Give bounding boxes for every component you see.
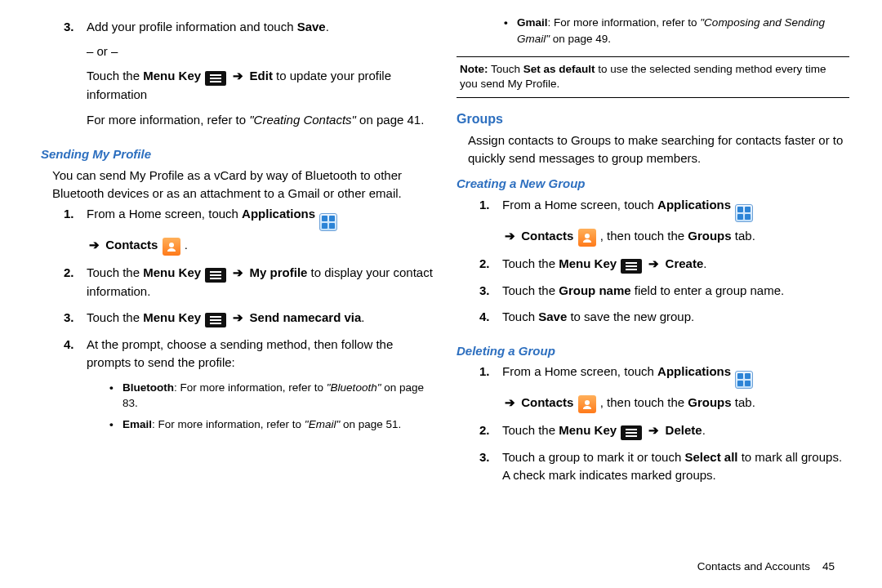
list-item: Gmail: For more information, refer to "C…	[504, 15, 849, 51]
svg-rect-4	[210, 271, 221, 273]
list-item: Touch the Menu Key ➔ Create.	[479, 255, 849, 282]
text: on page 51.	[340, 418, 401, 430]
svg-rect-15	[626, 429, 637, 430]
svg-rect-5	[210, 274, 221, 276]
menu-key-label: Menu Key	[559, 423, 617, 437]
group-name-label: Group name	[559, 283, 630, 297]
svg-point-14	[585, 400, 590, 405]
edit-instruction: Touch the Menu Key ➔ Edit to update your…	[87, 67, 434, 104]
save-label: Save	[538, 310, 567, 323]
svg-rect-16	[626, 432, 637, 434]
reference-link: "Bluetooth"	[327, 381, 381, 394]
menu-key-label: Menu Key	[143, 69, 201, 82]
right-column: Gmail: For more information, refer to "C…	[457, 15, 849, 555]
text: Touch	[502, 310, 538, 323]
text: Touch a group to mark it or touch	[502, 450, 684, 464]
list-item: Touch the Menu Key ➔ My profile to displ…	[64, 264, 434, 309]
contacts-icon	[578, 229, 596, 247]
text: , then touch the	[600, 229, 688, 243]
reference-link: "Creating Contacts"	[249, 113, 356, 127]
more-info: For more information, refer to "Creating…	[87, 111, 434, 129]
text: Touch the	[87, 265, 143, 279]
list-item: Email: For more information, refer to "E…	[109, 416, 434, 438]
footer-page-number: 45	[822, 560, 835, 572]
svg-rect-12	[626, 265, 637, 267]
text: tab.	[732, 395, 755, 409]
text: , then touch the	[600, 395, 688, 409]
text: .	[703, 256, 706, 270]
contacts-label: Contacts	[521, 395, 573, 409]
arrow-icon: ➔	[87, 238, 102, 252]
list-item: From a Home screen, touch Applications ➔…	[479, 363, 849, 421]
arrow-icon: ➔	[502, 395, 518, 409]
save-label: Save	[297, 20, 326, 33]
menu-key-icon	[205, 268, 226, 283]
text: .	[361, 310, 364, 324]
text: to save the new group.	[567, 310, 694, 323]
applications-icon	[735, 371, 753, 389]
text: Touch the	[87, 310, 143, 324]
bluetooth-label: Bluetooth	[122, 381, 174, 394]
text: : For more information, refer to	[152, 418, 305, 430]
applications-label: Applications	[657, 198, 731, 212]
arrow-icon: ➔	[230, 69, 246, 82]
arrow-icon: ➔	[646, 256, 662, 270]
svg-rect-0	[210, 74, 221, 76]
text: Touch the	[502, 256, 559, 270]
contacts-line: ➔ Contacts .	[87, 236, 434, 256]
email-label: Email	[122, 418, 152, 430]
or-divider: – or –	[87, 42, 434, 60]
svg-rect-9	[210, 323, 221, 324]
footer-section: Contacts and Accounts	[697, 560, 810, 572]
heading-creating-group: Creating a New Group	[457, 175, 849, 193]
heading-sending-my-profile: Sending My Profile	[41, 145, 434, 163]
delete-group-list: From a Home screen, touch Applications ➔…	[479, 363, 849, 492]
menu-key-icon	[205, 71, 226, 86]
sending-intro: You can send My Profile as a vCard by wa…	[52, 167, 434, 203]
list-item: Touch the Menu Key ➔ Delete.	[479, 421, 849, 448]
select-all-label: Select all	[684, 450, 737, 464]
page-content: Add your profile information and touch S…	[0, 0, 882, 555]
applications-icon	[735, 204, 753, 222]
text: : For more information, refer to	[548, 16, 701, 29]
contacts-icon	[163, 238, 180, 256]
svg-rect-6	[210, 278, 221, 279]
note-label: Note:	[460, 63, 488, 75]
left-column: Add your profile information and touch S…	[41, 15, 434, 555]
list-item: Touch Save to save the new group.	[479, 308, 849, 334]
svg-point-3	[169, 243, 174, 247]
profile-save-list: Add your profile information and touch S…	[64, 18, 434, 137]
text: Touch the	[502, 423, 559, 437]
text: .	[326, 20, 329, 33]
svg-rect-17	[626, 435, 637, 437]
sending-steps-list: From a Home screen, touch Applications ➔…	[64, 205, 434, 445]
groups-intro: Assign contacts to Groups to make search…	[468, 131, 849, 167]
menu-key-icon	[621, 259, 642, 274]
create-group-list: From a Home screen, touch Applications ➔…	[479, 196, 849, 334]
list-item: Touch a group to mark it or touch Select…	[479, 448, 849, 492]
arrow-icon: ➔	[646, 423, 662, 437]
text: on page 49.	[550, 33, 611, 45]
menu-key-icon	[205, 313, 226, 327]
text: For more information, refer to	[87, 113, 249, 127]
svg-rect-7	[210, 316, 221, 318]
contacts-label: Contacts	[105, 238, 158, 252]
list-item: Touch the Menu Key ➔ Send namecard via.	[64, 309, 434, 336]
reference-link: "Email"	[305, 418, 340, 430]
text: Add your profile information and touch	[87, 20, 297, 33]
create-label: Create	[666, 256, 704, 270]
text: At the prompt, choose a sending method, …	[87, 337, 393, 369]
arrow-icon: ➔	[230, 265, 246, 279]
list-item: Add your profile information and touch S…	[64, 18, 434, 137]
text: : For more information, refer to	[174, 381, 327, 394]
gmail-label: Gmail	[517, 16, 548, 29]
svg-rect-8	[210, 319, 221, 321]
contacts-label: Contacts	[521, 229, 573, 243]
arrow-icon: ➔	[502, 229, 518, 243]
list-item: At the prompt, choose a sending method, …	[64, 336, 434, 445]
applications-icon	[319, 213, 337, 231]
contacts-icon	[578, 395, 596, 413]
applications-label: Applications	[657, 364, 731, 378]
text: From a Home screen, touch	[502, 198, 657, 212]
heading-groups: Groups	[457, 109, 849, 128]
